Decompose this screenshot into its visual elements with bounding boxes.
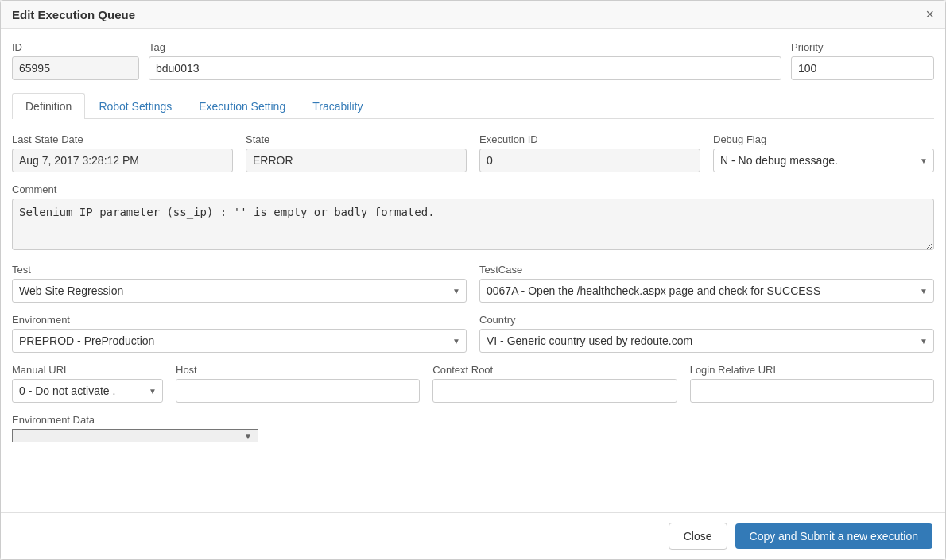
modal-header: Edit Execution Queue × — [1, 1, 945, 29]
id-input — [12, 56, 139, 80]
modal-title: Edit Execution Queue — [12, 8, 135, 21]
comment-textarea — [12, 199, 934, 250]
context-root-input[interactable] — [432, 379, 677, 403]
testcase-select-wrapper: 0067A - Open the /healthcheck.aspx page … — [479, 279, 934, 303]
login-url-col: Login Relative URL — [690, 364, 934, 403]
environment-select-wrapper: PREPROD - PreProduction — [12, 329, 467, 353]
host-input[interactable] — [176, 379, 420, 403]
manual-url-select-wrapper: 0 - Do not activate . 1 - Activate — [12, 379, 163, 403]
manual-url-select[interactable]: 0 - Do not activate . 1 - Activate — [12, 379, 163, 403]
copy-submit-button[interactable]: Copy and Submit a new execution — [735, 523, 932, 549]
execution-id-col: Execution ID — [479, 133, 700, 172]
environment-select[interactable]: PREPROD - PreProduction — [12, 329, 467, 353]
debug-flag-col: Debug Flag N - No debug message. Y - Deb… — [713, 133, 934, 172]
country-select-wrapper: VI - Generic country used by redoute.com — [479, 329, 934, 353]
environment-data-select[interactable] — [12, 429, 258, 442]
test-select-wrapper: Web Site Regression — [12, 279, 467, 303]
tab-definition[interactable]: Definition — [12, 93, 85, 119]
login-relative-url-label: Login Relative URL — [690, 364, 934, 376]
login-relative-url-input[interactable] — [690, 379, 934, 403]
close-icon[interactable]: × — [925, 7, 934, 21]
country-label: Country — [479, 314, 934, 326]
state-label: State — [246, 133, 467, 145]
edit-execution-queue-modal: Edit Execution Queue × ID Tag Priority D… — [0, 0, 946, 560]
last-state-date-input — [12, 149, 233, 172]
top-row: ID Tag Priority — [12, 41, 934, 80]
testcase-col: TestCase 0067A - Open the /healthcheck.a… — [479, 264, 934, 303]
test-select[interactable]: Web Site Regression — [12, 279, 467, 303]
testcase-label: TestCase — [479, 264, 934, 276]
priority-input[interactable] — [791, 56, 934, 80]
row-environment: Environment PREPROD - PreProduction Coun… — [12, 314, 934, 353]
context-root-label: Context Root — [432, 364, 677, 376]
id-field-group: ID — [12, 41, 139, 80]
tab-tracability[interactable]: Tracability — [299, 93, 376, 119]
test-col: Test Web Site Regression — [12, 264, 467, 303]
execution-id-label: Execution ID — [479, 133, 700, 145]
comment-row: Comment — [12, 183, 934, 253]
context-root-col: Context Root — [432, 364, 677, 403]
row-test: Test Web Site Regression TestCase 0067A … — [12, 264, 934, 303]
state-input — [246, 149, 467, 172]
environment-col: Environment PREPROD - PreProduction — [12, 314, 467, 353]
host-col: Host — [176, 364, 420, 403]
last-state-date-col: Last State Date — [12, 133, 233, 172]
host-label: Host — [176, 364, 420, 376]
debug-flag-select[interactable]: N - No debug message. Y - Debug message. — [713, 149, 934, 172]
env-data-row: Environment Data — [12, 414, 934, 442]
modal-body: ID Tag Priority Definition Robot Setting… — [1, 29, 945, 512]
execution-id-input — [479, 149, 700, 172]
row-state: Last State Date State Execution ID Debug… — [12, 133, 934, 172]
form-section: Last State Date State Execution ID Debug… — [12, 133, 934, 442]
tabs-container: Definition Robot Settings Execution Sett… — [12, 93, 934, 119]
country-col: Country VI - Generic country used by red… — [479, 314, 934, 353]
modal-footer: Close Copy and Submit a new execution — [1, 512, 945, 559]
debug-flag-select-wrapper: N - No debug message. Y - Debug message. — [713, 149, 934, 172]
last-state-date-label: Last State Date — [12, 133, 233, 145]
row-manual-url: Manual URL 0 - Do not activate . 1 - Act… — [12, 364, 934, 403]
debug-flag-label: Debug Flag — [713, 133, 934, 145]
test-label: Test — [12, 264, 467, 276]
environment-label: Environment — [12, 314, 467, 326]
tag-label: Tag — [149, 41, 781, 53]
close-button[interactable]: Close — [669, 523, 727, 550]
country-select[interactable]: VI - Generic country used by redoute.com — [479, 329, 934, 353]
comment-label: Comment — [12, 183, 934, 195]
id-label: ID — [12, 41, 139, 53]
tag-input[interactable] — [149, 56, 781, 80]
priority-label: Priority — [791, 41, 934, 53]
environment-data-label: Environment Data — [12, 414, 934, 426]
priority-field-group: Priority — [791, 41, 934, 80]
tab-robot-settings[interactable]: Robot Settings — [85, 93, 185, 119]
testcase-select[interactable]: 0067A - Open the /healthcheck.aspx page … — [479, 279, 934, 303]
tab-execution-setting[interactable]: Execution Setting — [185, 93, 299, 119]
manual-url-label: Manual URL — [12, 364, 163, 376]
state-col: State — [246, 133, 467, 172]
tag-field-group: Tag — [149, 41, 781, 80]
environment-data-select-wrapper — [12, 429, 258, 442]
manual-url-col: Manual URL 0 - Do not activate . 1 - Act… — [12, 364, 163, 403]
